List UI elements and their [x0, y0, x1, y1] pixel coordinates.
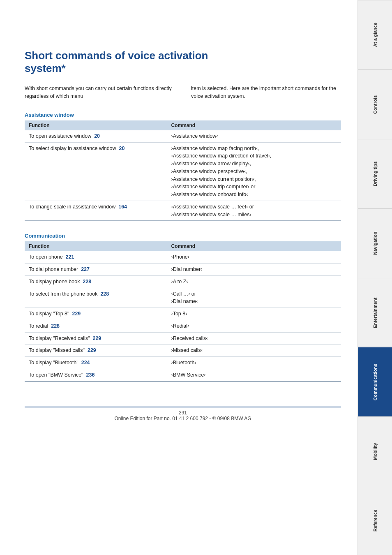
sidebar-tab-reference[interactable]: Reference	[358, 486, 392, 555]
command-cell: ›A to Z‹	[167, 275, 341, 288]
sidebar-tab-communications[interactable]: Communications	[358, 347, 392, 416]
page-ref: 236	[86, 372, 95, 378]
page-ref: 20	[94, 133, 100, 139]
table-row: To dial phone number 227›Dial number‹	[25, 264, 341, 276]
command-cell: ›Top 8‹	[167, 308, 341, 320]
page-ref: 229	[92, 335, 101, 341]
sidebar-tab-mobility[interactable]: Mobility	[358, 416, 392, 486]
page-ref: 228	[83, 279, 91, 284]
command-cell: ›Received calls‹	[167, 332, 341, 345]
assistance-window-section: Assistance window Function Command To op…	[25, 112, 341, 222]
table-row: To open phone 221›Phone‹	[25, 251, 341, 263]
col-command-header: Command	[167, 120, 341, 130]
assistance-window-table: Function Command To open assistance wind…	[25, 120, 341, 222]
function-cell: To redial 228	[25, 320, 167, 332]
intro-right: item is selected. Here are the important…	[191, 85, 341, 100]
page-ref: 227	[81, 266, 90, 272]
page-title: Short commands of voice activation syste…	[25, 49, 341, 75]
page-ref: 20	[119, 146, 125, 151]
command-cell: ›BMW Service‹	[167, 369, 341, 381]
col-function-header: Function	[25, 120, 167, 130]
command-cell: ›Bluetooth‹	[167, 357, 341, 369]
table-row: To display "Top 8" 229›Top 8‹	[25, 308, 341, 320]
function-cell: To open "BMW Service" 236	[25, 369, 167, 381]
page-ref: 228	[100, 291, 109, 297]
col-function-header: Function	[25, 241, 167, 251]
table-row: To display phone book 228›A to Z‹	[25, 275, 341, 288]
table-row: To display "Bluetooth" 224›Bluetooth‹	[25, 357, 341, 369]
footer-page: 291	[179, 410, 187, 416]
command-cell: ›Call …‹ or ›Dial name‹	[167, 288, 341, 308]
command-cell: ›Redial‹	[167, 320, 341, 332]
table-row: To open assistance window 20›Assistance …	[25, 130, 341, 142]
sidebar: At a glanceControlsDriving tipsNavigatio…	[357, 0, 392, 555]
command-cell: ›Missed calls‹	[167, 345, 341, 357]
footer: 291 Online Edition for Part no. 01 41 2 …	[25, 407, 341, 421]
table-row: To change scale in assistance window 164…	[25, 201, 341, 221]
page-ref: 229	[88, 347, 96, 353]
intro-left: With short commands you can carry out ce…	[25, 85, 175, 100]
command-cell: ›Phone‹	[167, 251, 341, 263]
assistance-window-title: Assistance window	[25, 112, 341, 118]
sidebar-tab-navigation[interactable]: Navigation	[358, 208, 392, 278]
footer-text: Online Edition for Part no. 01 41 2 600 …	[114, 416, 251, 421]
command-cell: ›Dial number‹	[167, 264, 341, 276]
function-cell: To dial phone number 227	[25, 264, 167, 276]
table-header-row: Function Command	[25, 120, 341, 130]
sidebar-tab-controls[interactable]: Controls	[358, 69, 392, 139]
page-ref: 229	[72, 311, 81, 317]
command-cell: ›Assistance window scale … feet‹ or ›Ass…	[167, 201, 341, 221]
table-row: To redial 228›Redial‹	[25, 320, 341, 332]
table-row: To display "Received calls" 229›Received…	[25, 332, 341, 345]
table-header-row: Function Command	[25, 241, 341, 251]
communication-section: Communication Function Command To open p…	[25, 233, 341, 382]
communication-title: Communication	[25, 233, 341, 239]
function-cell: To select from the phone book 228	[25, 288, 167, 308]
function-cell: To display "Bluetooth" 224	[25, 357, 167, 369]
page-ref: 221	[66, 254, 74, 260]
function-cell: To display "Missed calls" 229	[25, 345, 167, 357]
sidebar-tab-entertainment[interactable]: Entertainment	[358, 278, 392, 347]
page-ref: 224	[81, 360, 90, 365]
table-row: To select from the phone book 228›Call ……	[25, 288, 341, 308]
function-cell: To display phone book 228	[25, 275, 167, 288]
function-cell: To display "Top 8" 229	[25, 308, 167, 320]
table-row: To display "Missed calls" 229›Missed cal…	[25, 345, 341, 357]
sidebar-tab-driving-tips[interactable]: Driving tips	[358, 139, 392, 208]
table-row: To select display in assistance window 2…	[25, 142, 341, 201]
table-row: To open "BMW Service" 236›BMW Service‹	[25, 369, 341, 381]
page-ref: 228	[51, 323, 60, 329]
intro-text: With short commands you can carry out ce…	[25, 85, 341, 100]
command-cell: ›Assistance window map facing north‹, ›A…	[167, 142, 341, 201]
page-ref: 164	[118, 204, 127, 210]
main-content: Short commands of voice activation syste…	[0, 0, 357, 555]
communication-table: Function Command To open phone 221›Phone…	[25, 241, 341, 382]
command-cell: ›Assistance window‹	[167, 130, 341, 142]
function-cell: To select display in assistance window 2…	[25, 142, 167, 201]
function-cell: To display "Received calls" 229	[25, 332, 167, 345]
col-command-header: Command	[167, 241, 341, 251]
function-cell: To open phone 221	[25, 251, 167, 263]
function-cell: To open assistance window 20	[25, 130, 167, 142]
sidebar-tab-at-a-glance[interactable]: At a glance	[358, 0, 392, 69]
function-cell: To change scale in assistance window 164	[25, 201, 167, 221]
